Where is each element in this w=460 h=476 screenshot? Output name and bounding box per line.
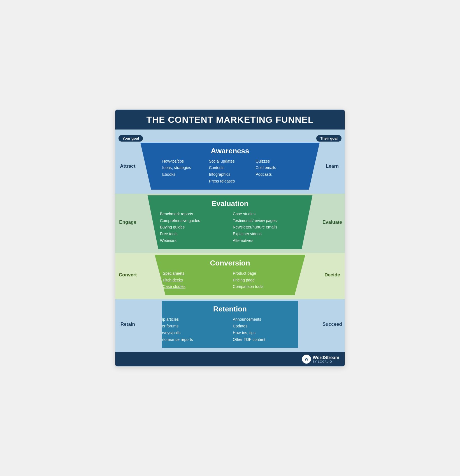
evaluation-section: Engage Evaluation Benchmark reports Comp… [115, 194, 345, 253]
evaluation-label: Evaluation [140, 195, 320, 211]
retention-their-goal: Succeed [320, 319, 345, 330]
their-goal-badge: Their goal [316, 135, 341, 142]
footer: W WordStream BY LOCALIQ [115, 352, 345, 366]
awareness-col3: Quizzes Cold emails Podcasts [253, 158, 300, 185]
awareness-your-goal: Attract [115, 161, 140, 172]
conversion-your-goal: Convert [115, 269, 140, 281]
brand-name: WordStream [313, 355, 339, 360]
conversion-col1: Spec sheets Pitch decks Case studies [163, 270, 227, 290]
evaluation-col2: Case studies Testimonial/review pages Ne… [233, 211, 300, 244]
conversion-col2: Product page Pricing page Comparison too… [233, 270, 297, 290]
awareness-section: Your goal Their goal Attract Awareness H… [115, 130, 345, 194]
retention-col2: Announcements Updates How-tos, tips Othe… [233, 316, 303, 343]
conversion-their-goal: Decide [320, 269, 345, 281]
awareness-col2: Social updates Contests Infographics Pre… [207, 158, 254, 185]
brand-icon: W [302, 355, 311, 364]
retention-col1: Help articles User forums Surveys/polls … [157, 316, 227, 343]
retention-label: Retention [140, 301, 320, 316]
conversion-label: Conversion [140, 255, 320, 270]
brand-sub: BY LOCALIQ [313, 360, 339, 363]
retention-your-goal: Retain [115, 319, 140, 330]
retention-section: Retain Retention Help articles User foru… [115, 299, 345, 352]
infographic-container: THE CONTENT MARKETING FUNNEL Your goal T… [115, 110, 345, 367]
awareness-their-goal: Learn [320, 161, 345, 172]
your-goal-badge: Your goal [119, 135, 143, 142]
evaluation-your-goal: Engage [115, 217, 140, 228]
awareness-col1: How-tos/tips Ideas, strategies Ebooks [160, 158, 207, 185]
conversion-section: Convert Conversion Spec sheets Pitch dec… [115, 253, 345, 299]
evaluation-col1: Benchmark reports Comprehensive guides B… [160, 211, 227, 244]
brand-logo: W WordStream BY LOCALIQ [302, 355, 339, 364]
evaluation-their-goal: Evaluate [320, 217, 345, 228]
main-title: THE CONTENT MARKETING FUNNEL [115, 110, 345, 130]
awareness-label: Awareness [140, 143, 320, 158]
